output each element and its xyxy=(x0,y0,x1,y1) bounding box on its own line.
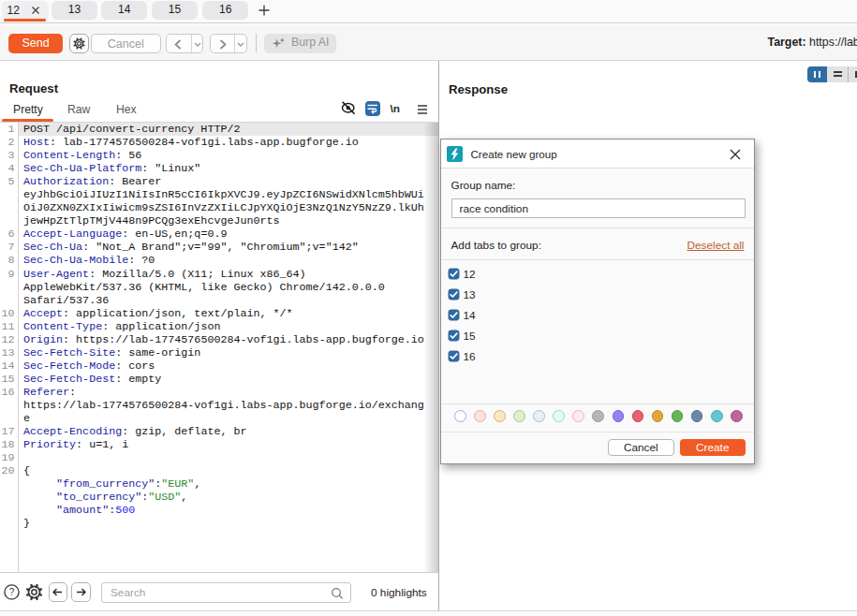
svg-text:?: ? xyxy=(9,587,15,597)
